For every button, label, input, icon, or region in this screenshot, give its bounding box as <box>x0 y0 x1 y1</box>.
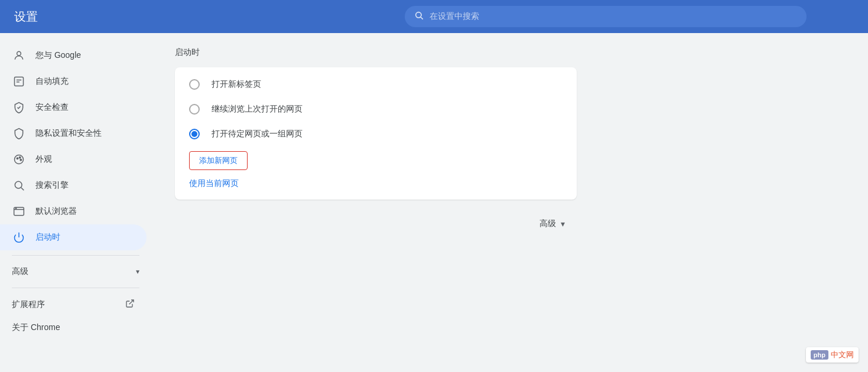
radio-new-tab[interactable] <box>189 79 200 90</box>
option-specific-label: 打开待定网页或一组网页 <box>212 129 303 139</box>
sidebar-label-appearance: 外观 <box>35 154 52 165</box>
svg-line-1 <box>421 17 423 19</box>
radio-specific[interactable] <box>189 129 200 139</box>
main-content: 启动时 打开新标签页 继续浏览上次打开的网页 打开待定网页或一组网页 添加新网页 <box>151 33 868 372</box>
advanced-section-label: 高级 <box>12 266 136 277</box>
svg-point-2 <box>17 51 21 56</box>
sidebar-divider-2 <box>12 288 139 288</box>
sidebar-divider <box>12 255 139 256</box>
sidebar-item-about[interactable]: 关于 Chrome <box>0 316 147 339</box>
add-page-button[interactable]: 添加新网页 <box>189 151 248 170</box>
option-continue-label: 继续浏览上次打开的网页 <box>212 104 303 115</box>
external-link-icon <box>125 299 135 311</box>
advanced-label: 高级 <box>539 218 556 229</box>
sidebar-item-search[interactable]: 搜索引擎 <box>0 172 147 198</box>
option-new-tab[interactable]: 打开新标签页 <box>175 72 577 97</box>
svg-line-11 <box>21 188 24 191</box>
option-new-tab-label: 打开新标签页 <box>212 79 261 90</box>
search-box[interactable]: 在设置中搜索 <box>405 6 807 27</box>
page-title: 设置 <box>14 9 132 25</box>
sidebar-label-privacy: 隐私设置和安全性 <box>35 128 102 139</box>
sidebar-item-browser[interactable]: 默认浏览器 <box>0 198 147 224</box>
advanced-chevron-icon[interactable]: ▾ <box>561 219 565 229</box>
search-icon <box>414 11 424 22</box>
sidebar-item-appearance[interactable]: 外观 <box>0 146 147 172</box>
sidebar-item-autofill[interactable]: 自动填充 <box>0 68 147 94</box>
search-placeholder: 在设置中搜索 <box>430 11 797 22</box>
autofill-icon <box>12 74 26 89</box>
svg-point-14 <box>15 208 16 208</box>
sidebar-item-startup[interactable]: 启动时 <box>0 224 147 250</box>
use-current-link[interactable]: 使用当前网页 <box>175 172 577 195</box>
sidebar-label-search: 搜索引擎 <box>35 180 69 191</box>
svg-point-6 <box>15 155 24 164</box>
sidebar-item-privacy[interactable]: 隐私设置和安全性 <box>0 120 147 146</box>
add-page-section: 添加新网页 <box>175 146 577 172</box>
main-layout: 您与 Google 自动填充 安全检查 <box>0 33 868 372</box>
php-site-label: 中文网 <box>831 350 854 360</box>
php-badge: php 中文网 <box>806 347 859 363</box>
sidebar: 您与 Google 自动填充 安全检查 <box>0 33 151 372</box>
browser-icon <box>12 204 26 218</box>
sidebar-label-extensions: 扩展程序 <box>12 299 45 310</box>
svg-point-0 <box>416 12 421 18</box>
svg-point-8 <box>19 156 21 158</box>
svg-point-7 <box>17 158 18 159</box>
svg-point-9 <box>20 159 22 161</box>
sidebar-item-extensions[interactable]: 扩展程序 <box>0 293 147 316</box>
chevron-down-icon: ▾ <box>136 267 139 276</box>
sidebar-label-google: 您与 Google <box>35 50 81 61</box>
svg-line-16 <box>129 300 134 304</box>
php-logo: php <box>811 350 828 360</box>
sidebar-label-browser: 默认浏览器 <box>35 206 77 217</box>
sidebar-label-about: 关于 Chrome <box>12 322 60 333</box>
magnify-icon <box>12 178 26 192</box>
privacy-icon <box>12 126 26 141</box>
option-specific[interactable]: 打开待定网页或一组网页 <box>175 122 577 146</box>
radio-continue[interactable] <box>189 104 200 115</box>
shield-check-icon <box>12 100 26 115</box>
option-continue[interactable]: 继续浏览上次打开的网页 <box>175 97 577 122</box>
advanced-footer-section: 高级 ▾ <box>175 218 577 229</box>
sidebar-item-google[interactable]: 您与 Google <box>0 43 147 68</box>
sidebar-label-startup: 启动时 <box>35 232 60 243</box>
sidebar-item-security[interactable]: 安全检查 <box>0 94 147 120</box>
power-icon <box>12 230 26 244</box>
palette-icon <box>12 152 26 167</box>
sidebar-label-security: 安全检查 <box>35 102 69 113</box>
sidebar-section-advanced[interactable]: 高级 ▾ <box>0 260 151 283</box>
svg-point-10 <box>15 181 22 188</box>
person-icon <box>12 48 26 63</box>
app-header: 设置 在设置中搜索 <box>0 0 868 33</box>
startup-section-title: 启动时 <box>175 47 844 58</box>
startup-options-card: 打开新标签页 继续浏览上次打开的网页 打开待定网页或一组网页 添加新网页 使用当… <box>175 67 577 200</box>
sidebar-label-autofill: 自动填充 <box>35 76 69 87</box>
svg-rect-3 <box>15 77 24 86</box>
